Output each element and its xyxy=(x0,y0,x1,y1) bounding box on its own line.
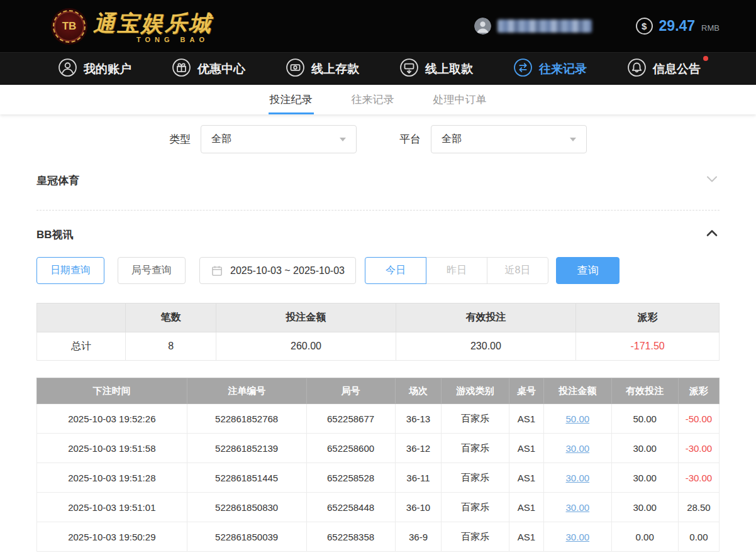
col-bet-amount: 投注金额 xyxy=(216,304,396,332)
quick-date-group: 今日 昨日 近8日 xyxy=(365,257,548,284)
round-no: 652258528 xyxy=(306,463,395,493)
summary-table: 笔数 投注金额 有效投注 派彩 总计 8 260.00 230.00 -171.… xyxy=(36,303,720,361)
session: 36-9 xyxy=(395,522,442,552)
bet-time: 2025-10-03 19:52:26 xyxy=(37,404,187,434)
game-type: 百家乐 xyxy=(442,493,509,522)
col-table-no: 桌号 xyxy=(509,378,543,404)
today-button[interactable]: 今日 xyxy=(365,257,426,284)
logo-chip-icon: TB xyxy=(53,10,86,43)
col-blank xyxy=(37,304,126,332)
notification-badge xyxy=(703,56,708,61)
date-range-input[interactable]: 2025-10-03 ~ 2025-10-03 xyxy=(199,257,356,284)
total-bet: 260.00 xyxy=(216,332,396,361)
bet-slip-no: 522861852768 xyxy=(187,404,306,434)
tab-bet-records[interactable]: 投注纪录 xyxy=(269,85,314,114)
tab-label: 投注纪录 xyxy=(270,92,313,107)
main-content: 类型 全部 平台 全部 皇冠体育 BB视讯 日期查询 xyxy=(0,125,756,552)
balance-amount: 29.47 xyxy=(659,18,696,35)
valid-bet: 30.00 xyxy=(611,493,678,522)
logo-text: 通宝娱乐城 TONG BAO xyxy=(93,9,213,43)
valid-bet: 50.00 xyxy=(611,404,678,434)
nav-item-label: 线上存款 xyxy=(311,61,359,77)
table-no: AS1 xyxy=(509,434,543,463)
nav-item-label: 信息公告 xyxy=(653,61,701,77)
payout: 28.50 xyxy=(678,493,719,522)
type-select[interactable]: 全部 xyxy=(201,125,357,153)
nav-item-label: 优惠中心 xyxy=(197,61,245,77)
sub-tab-bar: 投注纪录 往来记录 处理中订单 xyxy=(0,85,756,114)
payout: -30.00 xyxy=(678,434,719,463)
table-no: AS1 xyxy=(509,404,543,434)
total-label: 总计 xyxy=(37,332,126,361)
bet-amount-link[interactable]: 30.00 xyxy=(544,522,611,552)
yesterday-button[interactable]: 昨日 xyxy=(426,257,487,284)
tab-label: 往来记录 xyxy=(352,92,394,107)
session: 36-10 xyxy=(395,493,442,522)
tab-transaction-records[interactable]: 往来记录 xyxy=(350,85,396,114)
chevron-up-icon xyxy=(704,226,720,243)
payout: 0.00 xyxy=(678,522,719,552)
tab-label: 处理中订单 xyxy=(433,92,487,107)
round-no: 652258600 xyxy=(306,434,395,463)
platform-select-value: 全部 xyxy=(442,133,462,146)
nav-item-promotions[interactable]: 优惠中心 xyxy=(172,58,245,80)
bet-slip-no: 522861850039 xyxy=(187,522,306,552)
nav-item-label: 往来记录 xyxy=(539,61,587,77)
tab-pending-orders[interactable]: 处理中订单 xyxy=(432,85,488,114)
nav-item-withdraw[interactable]: 线上取款 xyxy=(399,58,473,80)
section-crown-sports-header[interactable]: 皇冠体育 xyxy=(36,167,720,194)
col-session: 场次 xyxy=(395,378,442,404)
logo-chip-text: TB xyxy=(62,20,77,33)
date-range-value: 2025-10-03 ~ 2025-10-03 xyxy=(230,265,345,276)
table-row: 2025-10-03 19:52:26 522861852768 6522586… xyxy=(37,404,720,434)
bet-amount-link[interactable]: 30.00 xyxy=(544,493,611,522)
nav-item-transaction-records[interactable]: 往来记录 xyxy=(513,58,587,80)
bet-amount-link[interactable]: 30.00 xyxy=(544,463,611,493)
col-bet-time: 下注时间 xyxy=(37,378,187,404)
nav-item-deposit[interactable]: 线上存款 xyxy=(286,58,359,80)
round-no: 652258448 xyxy=(306,493,395,522)
user-account[interactable] xyxy=(474,18,592,35)
col-valid-bet: 有效投注 xyxy=(396,304,575,332)
main-nav: 我的账户 优惠中心 线上存款 线上取款 往来记录 信息公告 xyxy=(0,52,756,85)
round-query-button[interactable]: 局号查询 xyxy=(118,257,186,284)
table-row: 2025-10-03 19:50:29 522861850039 6522583… xyxy=(37,522,720,552)
chevron-down-icon xyxy=(340,138,346,141)
nav-item-announcements[interactable]: 信息公告 xyxy=(627,58,701,80)
type-label: 类型 xyxy=(169,132,191,146)
table-no: AS1 xyxy=(509,522,543,552)
bet-amount-link[interactable]: 50.00 xyxy=(544,404,611,434)
section-title: 皇冠体育 xyxy=(36,173,79,188)
balance[interactable]: $ 29.47 RMB xyxy=(636,18,720,35)
chevron-down-icon xyxy=(570,138,576,141)
date-query-button[interactable]: 日期查询 xyxy=(36,257,104,284)
valid-bet: 30.00 xyxy=(611,434,678,463)
summary-header-row: 笔数 投注金额 有效投注 派彩 xyxy=(37,304,720,332)
payout: -30.00 xyxy=(678,463,719,493)
bell-icon xyxy=(627,58,647,80)
session: 36-12 xyxy=(395,434,442,463)
col-payout: 派彩 xyxy=(576,304,720,332)
nav-item-label: 我的账户 xyxy=(84,61,131,77)
total-valid: 230.00 xyxy=(396,332,575,361)
top-header: TB 通宝娱乐城 TONG BAO $ 29.47 RMB xyxy=(0,0,756,52)
transfer-records-icon xyxy=(513,58,533,80)
deposit-icon xyxy=(286,58,305,80)
logo[interactable]: TB 通宝娱乐城 TONG BAO xyxy=(53,9,213,43)
last-8-days-button[interactable]: 近8日 xyxy=(487,257,548,284)
logo-title: 通宝娱乐城 xyxy=(93,9,213,38)
bet-time: 2025-10-03 19:51:58 xyxy=(37,434,187,463)
valid-bet: 0.00 xyxy=(611,522,678,552)
topbar-right: $ 29.47 RMB xyxy=(474,18,720,35)
bet-amount-link[interactable]: 30.00 xyxy=(544,434,611,463)
section-bb-video-header[interactable]: BB视讯 xyxy=(36,221,720,248)
withdraw-icon xyxy=(399,58,419,80)
col-game-type: 游戏类别 xyxy=(442,378,509,404)
search-button[interactable]: 查询 xyxy=(556,257,620,284)
summary-total-row: 总计 8 260.00 230.00 -171.50 xyxy=(37,332,720,361)
game-type: 百家乐 xyxy=(442,404,509,434)
query-controls: 日期查询 局号查询 2025-10-03 ~ 2025-10-03 今日 昨日 … xyxy=(36,257,720,284)
platform-select[interactable]: 全部 xyxy=(431,125,587,153)
nav-item-my-account[interactable]: 我的账户 xyxy=(58,58,131,80)
col-valid-bet: 有效投注 xyxy=(611,378,678,404)
